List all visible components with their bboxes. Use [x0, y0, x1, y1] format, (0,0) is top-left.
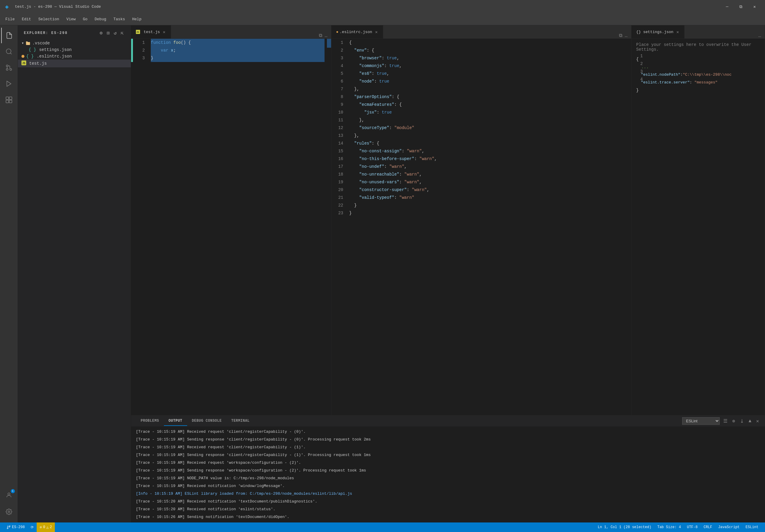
- tab-test-js[interactable]: JS test.js ✕: [131, 25, 171, 38]
- code-area-1[interactable]: function foo() { var x; }: [148, 39, 327, 415]
- new-file-icon[interactable]: ⊕: [99, 30, 104, 37]
- bottom-panel: PROBLEMS OUTPUT DEBUG CONSOLE TERMINAL E…: [131, 415, 765, 522]
- search-activity-icon[interactable]: [1, 44, 17, 59]
- sidebar-item-vscode-folder[interactable]: ▾ .vscode: [18, 40, 131, 47]
- sidebar-item-test-js[interactable]: JS test.js: [18, 60, 131, 67]
- tab-actions-1: ⧉ …: [315, 33, 331, 38]
- new-folder-icon[interactable]: ⊞: [106, 30, 111, 37]
- eslint-line-3: "browser": true,: [349, 54, 626, 62]
- svg-point-2: [10, 69, 12, 70]
- maximize-button[interactable]: ⧉: [734, 0, 748, 13]
- eslint-line-12: "sourceType": "module": [349, 124, 626, 132]
- eslint-line-13: },: [349, 132, 626, 140]
- eslint-line-15: "no-const-assign": "warn",: [349, 147, 626, 155]
- svg-point-3: [6, 65, 8, 67]
- warning-count: 2: [50, 525, 52, 529]
- status-tab-size[interactable]: Tab Size: 4: [654, 522, 684, 532]
- status-eslint[interactable]: ESLint: [743, 522, 761, 532]
- output-source-select[interactable]: ESLint Extension Host Git: [682, 417, 720, 425]
- settings-code: { ... "eslint.nodePath": "C:\\tmp\\es-29…: [636, 55, 760, 94]
- tab-settings-close[interactable]: ✕: [676, 29, 679, 35]
- log-line-8: [Trace - 10:15:19 AM] Received notificat…: [131, 482, 765, 490]
- tab-eslintrc-json[interactable]: ● .eslintrc.json ✕: [332, 25, 383, 38]
- title-bar: ◈ test.js - es-298 — Visual Studio Code …: [0, 0, 765, 13]
- status-language[interactable]: JavaScript: [715, 522, 743, 532]
- svg-rect-9: [9, 100, 12, 103]
- git-activity-icon[interactable]: [1, 60, 17, 75]
- eslintrc-json-label: .eslintrc.json: [37, 54, 72, 59]
- tab-output[interactable]: OUTPUT: [164, 416, 187, 426]
- menu-selection[interactable]: Selection: [35, 16, 62, 23]
- menu-help[interactable]: Help: [129, 16, 145, 23]
- svg-point-0: [6, 49, 11, 54]
- minimap-2: [628, 39, 631, 415]
- tab-eslintrc-close[interactable]: ✕: [375, 29, 378, 35]
- vscode-folder-label: .vscode: [32, 41, 50, 46]
- status-sync[interactable]: ⟳: [28, 522, 37, 532]
- tab-test-js-close[interactable]: ✕: [162, 29, 166, 35]
- sidebar: EXPLORER: ES-298 ⊕ ⊞ ↺ ⇱ ▾ .vscode { } s…: [18, 25, 131, 522]
- chevron-down-icon: ▾: [21, 41, 24, 46]
- more-actions-icon-3[interactable]: …: [758, 33, 761, 38]
- collapse-all-icon[interactable]: ⇱: [120, 30, 125, 37]
- eslint-label: ESLint: [746, 525, 758, 529]
- status-branch[interactable]: ES-298: [4, 522, 28, 532]
- menu-debug[interactable]: Debug: [92, 16, 109, 23]
- svg-rect-7: [9, 97, 12, 100]
- tab-debug-console[interactable]: DEBUG CONSOLE: [187, 416, 227, 426]
- window-controls[interactable]: ─ ⧉ ✕: [720, 0, 761, 13]
- more-actions-icon[interactable]: …: [325, 33, 328, 38]
- eslint-line-8: "parserOptions": {: [349, 93, 626, 101]
- split-editor-icon[interactable]: ⧉: [319, 33, 322, 38]
- status-warnings[interactable]: ⊘ 0 △ 2: [37, 522, 55, 532]
- eslint-line-16: "no-this-before-super": "warn",: [349, 155, 626, 163]
- line-numbers-1: 1 2 3: [133, 39, 148, 415]
- editor-2-tabs: ● .eslintrc.json ✕ ⧉ …: [332, 25, 631, 39]
- log-line-5: [Trace - 10:15:19 AM] Received request '…: [131, 459, 765, 467]
- log-line-6: [Trace - 10:15:19 AM] Sending response '…: [131, 467, 765, 474]
- accounts-activity-icon[interactable]: 1: [1, 487, 17, 503]
- split-editor-icon-2[interactable]: ⧉: [619, 33, 622, 38]
- log-line-1: [Trace - 10:15:19 AM] Received request '…: [131, 428, 765, 436]
- editor-panel-2: ● .eslintrc.json ✕ ⧉ … 12345 678910 1112…: [332, 25, 631, 415]
- status-encoding[interactable]: UTF-8: [684, 522, 701, 532]
- app-logo: ◈: [4, 4, 10, 10]
- sidebar-item-settings-json[interactable]: { } settings.json: [18, 47, 131, 53]
- eslint-line-19: "no-unused-vars": "warn",: [349, 178, 626, 186]
- tab-settings-json[interactable]: {} settings.json ✕: [631, 25, 685, 38]
- cursor-position-label: Ln 1, Col 1 (28 selected): [598, 525, 651, 529]
- close-button[interactable]: ✕: [748, 0, 761, 13]
- debug-activity-icon[interactable]: [1, 76, 17, 92]
- panel-list-icon[interactable]: ☰: [722, 417, 729, 425]
- panel-close-icon[interactable]: ✕: [755, 417, 760, 425]
- panel-scroll-lock-icon[interactable]: ⤓: [739, 417, 745, 425]
- menu-file[interactable]: File: [2, 16, 18, 23]
- panel-maximize-icon[interactable]: ▲: [747, 417, 753, 425]
- panel-clear-icon[interactable]: ⊗: [731, 417, 736, 425]
- more-actions-icon-2[interactable]: …: [625, 33, 628, 38]
- eslint-line-7: },: [349, 85, 626, 93]
- menu-go[interactable]: Go: [80, 16, 91, 23]
- menu-edit[interactable]: Edit: [19, 16, 34, 23]
- minimize-button[interactable]: ─: [720, 0, 734, 13]
- code-area-2[interactable]: { "env": { "browser": true, "commonjs": …: [347, 39, 628, 415]
- tab-terminal[interactable]: TERMINAL: [227, 416, 255, 426]
- extensions-activity-icon[interactable]: [1, 92, 17, 108]
- settings-activity-icon[interactable]: [1, 504, 17, 519]
- editor-1-content: 1 2 3 function foo() { var x; }: [131, 39, 331, 415]
- svg-rect-8: [6, 100, 9, 103]
- svg-line-1: [10, 53, 11, 54]
- refresh-icon[interactable]: ↺: [113, 30, 118, 37]
- sidebar-title: EXPLORER: ES-298: [24, 31, 68, 35]
- tab-problems[interactable]: PROBLEMS: [136, 416, 164, 426]
- panel-content[interactable]: [Trace - 10:15:19 AM] Received request '…: [131, 427, 765, 522]
- explorer-activity-icon[interactable]: [1, 28, 17, 43]
- menu-tasks[interactable]: Tasks: [111, 16, 128, 23]
- code-line-1: function foo() {: [151, 39, 325, 47]
- sidebar-item-eslintrc-json[interactable]: { } .eslintrc.json: [18, 53, 131, 60]
- activity-bar: 1: [0, 25, 18, 522]
- tab-size-label: Tab Size: 4: [657, 525, 681, 529]
- status-cursor[interactable]: Ln 1, Col 1 (28 selected): [595, 522, 654, 532]
- status-line-ending[interactable]: CRLF: [701, 522, 715, 532]
- menu-view[interactable]: View: [64, 16, 79, 23]
